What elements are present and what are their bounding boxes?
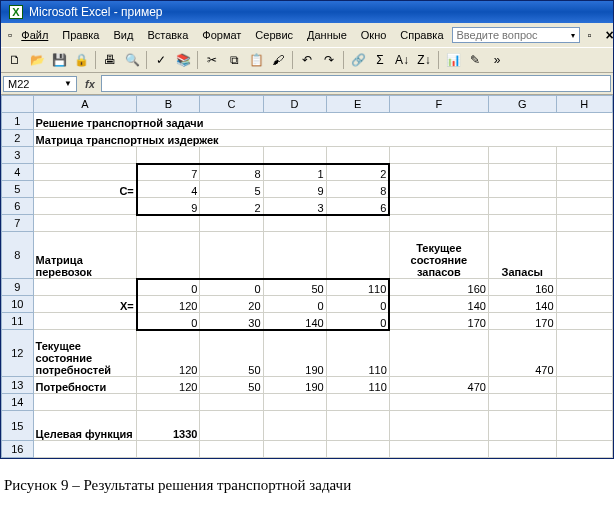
- cell[interactable]: [488, 441, 556, 458]
- cell[interactable]: [488, 181, 556, 198]
- cell[interactable]: 120: [137, 330, 200, 377]
- cell[interactable]: [389, 330, 488, 377]
- cell[interactable]: [200, 411, 263, 441]
- cell[interactable]: 1330: [137, 411, 200, 441]
- cell[interactable]: 5: [200, 181, 263, 198]
- cell[interactable]: [137, 232, 200, 279]
- cell[interactable]: [137, 441, 200, 458]
- open-icon[interactable]: 📂: [27, 50, 47, 70]
- row-header[interactable]: 12: [2, 330, 34, 377]
- row-header[interactable]: 16: [2, 441, 34, 458]
- cell[interactable]: 9: [263, 181, 326, 198]
- cell[interactable]: 7: [137, 164, 200, 181]
- cell[interactable]: C=: [33, 181, 137, 198]
- namebox-dropdown-icon[interactable]: ▼: [64, 79, 72, 88]
- cell[interactable]: 470: [488, 330, 556, 377]
- cell[interactable]: 6: [326, 198, 389, 215]
- cell[interactable]: [326, 411, 389, 441]
- cell[interactable]: [488, 411, 556, 441]
- cell[interactable]: 3: [263, 198, 326, 215]
- menu-data[interactable]: Данные: [301, 27, 353, 43]
- cell[interactable]: X=: [33, 296, 137, 313]
- menu-window[interactable]: Окно: [355, 27, 393, 43]
- cell[interactable]: [263, 441, 326, 458]
- cell[interactable]: [263, 394, 326, 411]
- cell[interactable]: [137, 215, 200, 232]
- format-painter-icon[interactable]: 🖌: [268, 50, 288, 70]
- cell[interactable]: [33, 394, 137, 411]
- menu-view[interactable]: Вид: [107, 27, 139, 43]
- cell[interactable]: 30: [200, 313, 263, 330]
- cell[interactable]: 0: [200, 279, 263, 296]
- cell[interactable]: [326, 394, 389, 411]
- cell[interactable]: 1: [263, 164, 326, 181]
- name-box[interactable]: M22 ▼: [3, 76, 77, 92]
- cell[interactable]: [200, 394, 263, 411]
- cell[interactable]: [556, 411, 612, 441]
- cell[interactable]: [556, 394, 612, 411]
- cell[interactable]: Матрица перевозок: [33, 232, 137, 279]
- cell[interactable]: [326, 441, 389, 458]
- cell[interactable]: 160: [488, 279, 556, 296]
- hyperlink-icon[interactable]: 🔗: [348, 50, 368, 70]
- cell[interactable]: [200, 215, 263, 232]
- cell[interactable]: 190: [263, 330, 326, 377]
- help-input[interactable]: [457, 29, 567, 41]
- save-icon[interactable]: 💾: [49, 50, 69, 70]
- cell[interactable]: 8: [326, 181, 389, 198]
- cell[interactable]: [33, 215, 137, 232]
- cell[interactable]: 9: [137, 198, 200, 215]
- cell[interactable]: 120: [137, 377, 200, 394]
- cell[interactable]: [556, 377, 612, 394]
- cell[interactable]: [556, 296, 612, 313]
- cell[interactable]: 2: [326, 164, 389, 181]
- autosum-icon[interactable]: Σ: [370, 50, 390, 70]
- cell[interactable]: [200, 441, 263, 458]
- row-header[interactable]: 5: [2, 181, 34, 198]
- formula-bar[interactable]: [101, 75, 611, 92]
- cell[interactable]: 160: [389, 279, 488, 296]
- cell[interactable]: [488, 164, 556, 181]
- cell[interactable]: [556, 279, 612, 296]
- cell[interactable]: [488, 394, 556, 411]
- cell[interactable]: [389, 198, 488, 215]
- sort-desc-icon[interactable]: Z↓: [414, 50, 434, 70]
- row-header[interactable]: 11: [2, 313, 34, 330]
- cell[interactable]: 50: [200, 377, 263, 394]
- dropdown-icon[interactable]: ▾: [571, 31, 575, 40]
- cell[interactable]: [556, 215, 612, 232]
- grid[interactable]: A B C D E F G H 1 Решение транспортной з…: [1, 95, 613, 458]
- redo-icon[interactable]: ↷: [319, 50, 339, 70]
- help-search[interactable]: ▾: [452, 27, 580, 43]
- spell-icon[interactable]: ✓: [151, 50, 171, 70]
- fx-icon[interactable]: fx: [79, 78, 101, 90]
- menu-format[interactable]: Формат: [196, 27, 247, 43]
- cell[interactable]: Потребности: [33, 377, 137, 394]
- cell[interactable]: [389, 147, 488, 164]
- sort-asc-icon[interactable]: A↓: [392, 50, 412, 70]
- undo-icon[interactable]: ↶: [297, 50, 317, 70]
- cell[interactable]: [556, 147, 612, 164]
- cell[interactable]: [556, 441, 612, 458]
- copy-icon[interactable]: ⧉: [224, 50, 244, 70]
- row-header[interactable]: 3: [2, 147, 34, 164]
- cell[interactable]: [33, 279, 137, 296]
- row-header[interactable]: 1: [2, 113, 34, 130]
- row-header[interactable]: 10: [2, 296, 34, 313]
- chart-icon[interactable]: 📊: [443, 50, 463, 70]
- cell[interactable]: 0: [326, 313, 389, 330]
- menu-tools[interactable]: Сервис: [249, 27, 299, 43]
- row-header[interactable]: 8: [2, 232, 34, 279]
- cell[interactable]: [389, 411, 488, 441]
- col-header[interactable]: E: [326, 96, 389, 113]
- cell[interactable]: [488, 215, 556, 232]
- row-header[interactable]: 9: [2, 279, 34, 296]
- cell[interactable]: [33, 147, 137, 164]
- col-header[interactable]: A: [33, 96, 137, 113]
- permission-icon[interactable]: 🔒: [71, 50, 91, 70]
- cell[interactable]: [556, 164, 612, 181]
- cell[interactable]: Текущее состояние запасов: [389, 232, 488, 279]
- cut-icon[interactable]: ✂: [202, 50, 222, 70]
- cell[interactable]: [389, 181, 488, 198]
- cell[interactable]: [556, 313, 612, 330]
